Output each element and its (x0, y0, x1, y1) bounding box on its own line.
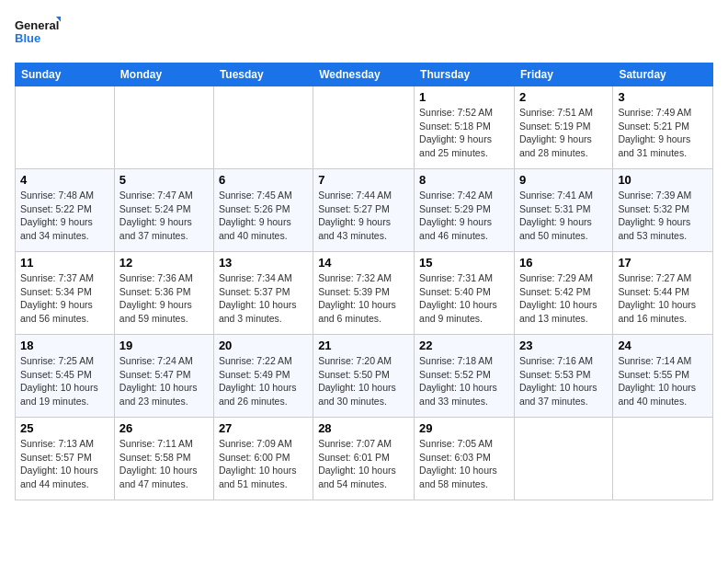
day-info: Sunrise: 7:32 AMSunset: 5:39 PMDaylight:… (318, 271, 409, 326)
day-number: 17 (618, 256, 708, 270)
day-number: 26 (119, 421, 209, 435)
calendar-cell: 22Sunrise: 7:18 AMSunset: 5:52 PMDayligh… (415, 335, 515, 418)
calendar-cell: 23Sunrise: 7:16 AMSunset: 5:53 PMDayligh… (514, 335, 612, 418)
calendar-cell: 20Sunrise: 7:22 AMSunset: 5:49 PMDayligh… (213, 335, 313, 418)
svg-text:General: General (15, 18, 59, 32)
day-info: Sunrise: 7:31 AMSunset: 5:40 PMDaylight:… (419, 271, 509, 326)
day-info: Sunrise: 7:51 AMSunset: 5:19 PMDaylight:… (519, 106, 608, 160)
week-row-1: 1Sunrise: 7:52 AMSunset: 5:18 PMDaylight… (16, 86, 713, 169)
calendar-table: SundayMondayTuesdayWednesdayThursdayFrid… (15, 63, 713, 500)
day-number: 8 (419, 173, 509, 187)
calendar-cell: 13Sunrise: 7:34 AMSunset: 5:37 PMDayligh… (213, 252, 313, 335)
header-tuesday: Tuesday (213, 63, 313, 86)
day-number: 1 (419, 90, 509, 104)
day-info: Sunrise: 7:39 AMSunset: 5:32 PMDaylight:… (618, 189, 708, 243)
day-info: Sunrise: 7:18 AMSunset: 5:52 PMDaylight:… (419, 354, 509, 408)
day-number: 22 (419, 339, 509, 352)
day-info: Sunrise: 7:20 AMSunset: 5:50 PMDaylight:… (318, 354, 409, 408)
logo: General Blue (15, 15, 61, 52)
calendar-cell: 11Sunrise: 7:37 AMSunset: 5:34 PMDayligh… (16, 252, 115, 335)
day-info: Sunrise: 7:42 AMSunset: 5:29 PMDaylight:… (419, 189, 509, 243)
day-number: 2 (519, 90, 608, 104)
calendar-cell: 26Sunrise: 7:11 AMSunset: 5:58 PMDayligh… (114, 418, 213, 500)
day-info: Sunrise: 7:25 AMSunset: 5:45 PMDaylight:… (20, 354, 109, 408)
calendar-cell: 27Sunrise: 7:09 AMSunset: 6:00 PMDayligh… (213, 418, 313, 500)
calendar-cell: 2Sunrise: 7:51 AMSunset: 5:19 PMDaylight… (514, 86, 612, 169)
day-number: 3 (618, 90, 708, 104)
calendar-cell (213, 86, 313, 169)
day-info: Sunrise: 7:09 AMSunset: 6:00 PMDaylight:… (219, 437, 308, 491)
calendar-cell: 5Sunrise: 7:47 AMSunset: 5:24 PMDaylight… (114, 169, 213, 252)
day-number: 6 (219, 173, 308, 187)
calendar-cell (16, 86, 115, 169)
calendar-cell: 19Sunrise: 7:24 AMSunset: 5:47 PMDayligh… (114, 335, 213, 418)
day-number: 21 (318, 339, 409, 352)
day-number: 27 (219, 421, 308, 435)
day-number: 13 (219, 256, 308, 270)
day-number: 23 (519, 339, 608, 352)
day-number: 18 (20, 339, 109, 352)
logo-svg: General Blue (15, 15, 61, 52)
calendar-cell: 1Sunrise: 7:52 AMSunset: 5:18 PMDaylight… (415, 86, 515, 169)
header-wednesday: Wednesday (313, 63, 415, 86)
day-number: 10 (618, 173, 708, 187)
calendar-cell: 7Sunrise: 7:44 AMSunset: 5:27 PMDaylight… (313, 169, 415, 252)
day-info: Sunrise: 7:05 AMSunset: 6:03 PMDaylight:… (419, 437, 509, 491)
calendar-cell: 17Sunrise: 7:27 AMSunset: 5:44 PMDayligh… (613, 252, 713, 335)
day-number: 4 (20, 173, 109, 187)
day-info: Sunrise: 7:11 AMSunset: 5:58 PMDaylight:… (119, 437, 209, 491)
calendar-cell (114, 86, 213, 169)
day-info: Sunrise: 7:45 AMSunset: 5:26 PMDaylight:… (219, 189, 308, 243)
day-number: 14 (318, 256, 409, 270)
calendar-cell: 8Sunrise: 7:42 AMSunset: 5:29 PMDaylight… (415, 169, 515, 252)
calendar-cell: 6Sunrise: 7:45 AMSunset: 5:26 PMDaylight… (213, 169, 313, 252)
calendar-header-row: SundayMondayTuesdayWednesdayThursdayFrid… (16, 63, 713, 86)
day-info: Sunrise: 7:36 AMSunset: 5:36 PMDaylight:… (119, 271, 209, 326)
calendar-cell: 14Sunrise: 7:32 AMSunset: 5:39 PMDayligh… (313, 252, 415, 335)
day-number: 15 (419, 256, 509, 270)
day-info: Sunrise: 7:37 AMSunset: 5:34 PMDaylight:… (20, 271, 109, 326)
day-number: 12 (119, 256, 209, 270)
page-header: General Blue (15, 15, 713, 52)
week-row-3: 11Sunrise: 7:37 AMSunset: 5:34 PMDayligh… (16, 252, 713, 335)
week-row-4: 18Sunrise: 7:25 AMSunset: 5:45 PMDayligh… (16, 335, 713, 418)
day-number: 9 (519, 173, 608, 187)
calendar-cell: 29Sunrise: 7:05 AMSunset: 6:03 PMDayligh… (415, 418, 515, 500)
day-info: Sunrise: 7:52 AMSunset: 5:18 PMDaylight:… (419, 106, 509, 160)
calendar-cell: 18Sunrise: 7:25 AMSunset: 5:45 PMDayligh… (16, 335, 115, 418)
calendar-cell: 28Sunrise: 7:07 AMSunset: 6:01 PMDayligh… (313, 418, 415, 500)
day-info: Sunrise: 7:34 AMSunset: 5:37 PMDaylight:… (219, 271, 308, 326)
calendar-cell: 24Sunrise: 7:14 AMSunset: 5:55 PMDayligh… (613, 335, 713, 418)
day-info: Sunrise: 7:47 AMSunset: 5:24 PMDaylight:… (119, 189, 209, 243)
day-info: Sunrise: 7:13 AMSunset: 5:57 PMDaylight:… (20, 437, 109, 491)
day-info: Sunrise: 7:07 AMSunset: 6:01 PMDaylight:… (318, 437, 409, 491)
day-number: 29 (419, 421, 509, 435)
day-number: 11 (20, 256, 109, 270)
header-monday: Monday (114, 63, 213, 86)
day-number: 7 (318, 173, 409, 187)
day-number: 28 (318, 421, 409, 435)
calendar-cell: 9Sunrise: 7:41 AMSunset: 5:31 PMDaylight… (514, 169, 612, 252)
day-info: Sunrise: 7:22 AMSunset: 5:49 PMDaylight:… (219, 354, 308, 408)
day-info: Sunrise: 7:14 AMSunset: 5:55 PMDaylight:… (618, 354, 708, 408)
day-info: Sunrise: 7:27 AMSunset: 5:44 PMDaylight:… (618, 271, 708, 326)
calendar-cell: 10Sunrise: 7:39 AMSunset: 5:32 PMDayligh… (613, 169, 713, 252)
calendar-cell: 16Sunrise: 7:29 AMSunset: 5:42 PMDayligh… (514, 252, 612, 335)
calendar-cell: 12Sunrise: 7:36 AMSunset: 5:36 PMDayligh… (114, 252, 213, 335)
calendar-cell (613, 418, 713, 500)
calendar-cell: 15Sunrise: 7:31 AMSunset: 5:40 PMDayligh… (415, 252, 515, 335)
day-info: Sunrise: 7:24 AMSunset: 5:47 PMDaylight:… (119, 354, 209, 408)
day-number: 5 (119, 173, 209, 187)
day-info: Sunrise: 7:48 AMSunset: 5:22 PMDaylight:… (20, 189, 109, 243)
calendar-cell: 25Sunrise: 7:13 AMSunset: 5:57 PMDayligh… (16, 418, 115, 500)
header-saturday: Saturday (613, 63, 713, 86)
day-info: Sunrise: 7:44 AMSunset: 5:27 PMDaylight:… (318, 189, 409, 243)
calendar-cell: 4Sunrise: 7:48 AMSunset: 5:22 PMDaylight… (16, 169, 115, 252)
day-number: 16 (519, 256, 608, 270)
calendar-cell (514, 418, 612, 500)
svg-text:Blue: Blue (15, 31, 40, 45)
day-info: Sunrise: 7:16 AMSunset: 5:53 PMDaylight:… (519, 354, 608, 408)
day-number: 25 (20, 421, 109, 435)
week-row-5: 25Sunrise: 7:13 AMSunset: 5:57 PMDayligh… (16, 418, 713, 500)
day-number: 24 (618, 339, 708, 352)
